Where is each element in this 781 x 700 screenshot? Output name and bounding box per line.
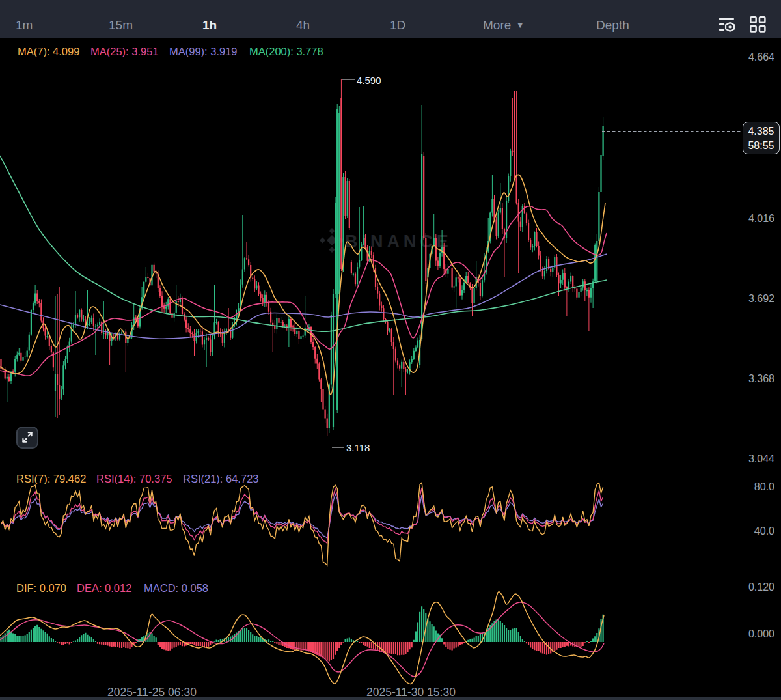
svg-text:3.118: 3.118: [346, 442, 370, 453]
svg-text:4.590: 4.590: [357, 75, 381, 86]
